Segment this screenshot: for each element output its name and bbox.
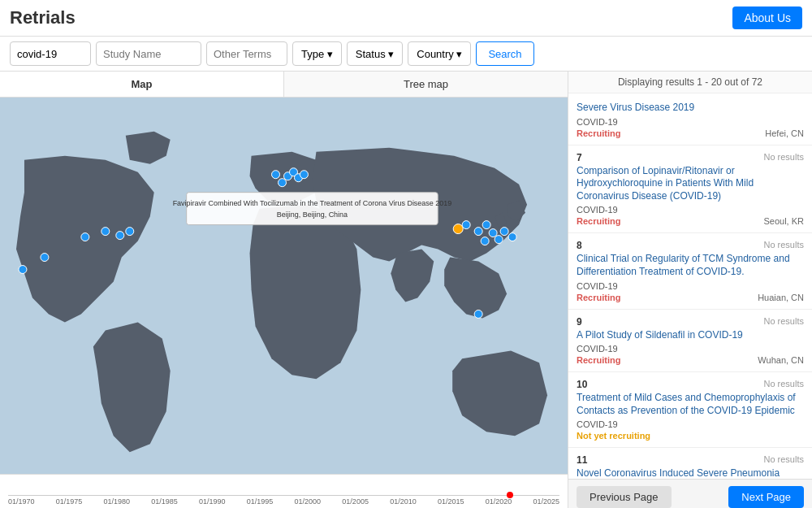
result-no-results: No results	[763, 379, 804, 390]
tab-map[interactable]: Map	[0, 72, 284, 97]
result-location: Wuhan, CN	[758, 355, 804, 365]
svg-point-25	[474, 310, 482, 318]
svg-point-21	[500, 228, 508, 236]
result-title[interactable]: Comparison of Lopinavir/Ritonavir or Hyd…	[577, 165, 804, 203]
page-title: Retrials	[10, 7, 76, 28]
result-condition: COVID-19	[577, 344, 804, 354]
result-number: 7	[577, 152, 582, 163]
search-covid-input[interactable]	[10, 41, 91, 66]
svg-point-14	[300, 171, 308, 179]
next-page-button[interactable]: Next Page	[728, 486, 804, 508]
result-title[interactable]: Treatment of Mild Cases and Chemoprophyl…	[577, 392, 804, 417]
timeline-label-1975: 01/1975	[56, 497, 83, 506]
svg-point-10	[272, 171, 280, 179]
svg-point-20	[495, 236, 503, 244]
timeline-label-2010: 01/2010	[390, 497, 417, 506]
map-container: Favipiravir Combined With Tocilizumab in…	[0, 98, 568, 474]
results-list: Severe Virus Disease 2019 COVID-19 Recru…	[568, 93, 812, 479]
tab-treemap[interactable]: Tree map	[284, 72, 568, 97]
result-location: Hefei, CN	[765, 128, 804, 138]
result-status: Not yet recruiting	[577, 431, 650, 441]
result-status: Recruiting	[577, 216, 620, 226]
timeline-label-1995: 01/1995	[247, 497, 274, 506]
pagination: Previous Page Next Page	[568, 479, 812, 508]
result-location: Huaian, CN	[758, 293, 804, 302]
svg-text:Favipiravir Combined With Toci: Favipiravir Combined With Tocilizumab in…	[173, 199, 452, 207]
result-title[interactable]: Novel Coronavirus Induced Severe Pneumon…	[577, 467, 804, 479]
timeline: 01/1970 01/1975 01/1980 01/1985 01/1990 …	[0, 474, 568, 508]
list-item: 8 No results Clinical Trial on Regularit…	[568, 233, 812, 309]
svg-text:Beijing, Beijing, China: Beijing, Beijing, China	[277, 211, 348, 219]
svg-point-18	[482, 221, 490, 229]
svg-point-16	[462, 221, 470, 229]
svg-point-22	[508, 233, 516, 241]
result-condition: COVID-19	[577, 419, 804, 429]
svg-point-15	[279, 179, 287, 187]
timeline-label-2000: 01/2000	[295, 497, 322, 506]
results-header: Displaying results 1 - 20 out of 72	[568, 72, 812, 93]
result-condition: COVID-19	[577, 117, 804, 127]
svg-point-8	[116, 232, 124, 240]
result-number: 11	[577, 454, 587, 466]
svg-point-19	[489, 229, 497, 237]
result-no-results: No results	[763, 454, 804, 466]
status-dropdown[interactable]: Status ▾	[347, 41, 403, 66]
svg-point-9	[126, 228, 134, 236]
result-number: 10	[577, 379, 587, 390]
svg-point-4	[19, 266, 27, 274]
previous-page-button[interactable]: Previous Page	[577, 486, 672, 508]
result-condition: COVID-19	[577, 281, 804, 291]
timeline-label-1980: 01/1980	[104, 497, 131, 506]
result-status: Recruiting	[577, 128, 620, 138]
result-title[interactable]: Clinical Trial on Regularity of TCM Synd…	[577, 253, 804, 278]
search-button[interactable]: Search	[476, 41, 533, 66]
result-location: Seoul, KR	[763, 216, 804, 226]
search-other-input[interactable]	[206, 41, 287, 66]
timeline-marker[interactable]	[507, 492, 513, 498]
timeline-label-1990: 01/1990	[199, 497, 226, 506]
result-status: Recruiting	[577, 293, 620, 302]
svg-point-6	[81, 233, 89, 241]
list-item: 11 No results Novel Coronavirus Induced …	[568, 448, 812, 479]
list-item: 7 No results Comparison of Lopinavir/Rit…	[568, 145, 812, 234]
list-item: 10 No results Treatment of Mild Cases an…	[568, 372, 812, 448]
result-title[interactable]: Severe Virus Disease 2019	[577, 102, 804, 115]
svg-point-23	[481, 237, 489, 245]
country-dropdown[interactable]: Country ▾	[408, 41, 471, 66]
result-status: Recruiting	[577, 355, 620, 365]
search-study-input[interactable]	[96, 41, 201, 66]
timeline-label-1985: 01/1985	[151, 497, 178, 506]
svg-rect-1	[187, 193, 438, 225]
result-no-results: No results	[763, 240, 804, 251]
timeline-label-2020: 01/2020	[486, 497, 512, 506]
result-no-results: No results	[763, 316, 804, 328]
type-dropdown[interactable]: Type ▾	[292, 41, 342, 66]
list-item: Severe Virus Disease 2019 COVID-19 Recru…	[568, 93, 812, 145]
svg-point-5	[41, 254, 49, 262]
result-condition: COVID-19	[577, 205, 804, 215]
list-item: 9 No results A Pilot Study of Sildenafil…	[568, 310, 812, 373]
timeline-label-1970: 01/1970	[8, 497, 35, 506]
timeline-label-2015: 01/2015	[438, 497, 464, 506]
svg-point-7	[102, 228, 110, 236]
timeline-label-2025: 01/2025	[533, 497, 559, 506]
timeline-label-2005: 01/2005	[342, 497, 369, 506]
result-number: 9	[577, 316, 582, 328]
result-no-results: No results	[763, 152, 804, 163]
about-button[interactable]: About Us	[732, 7, 802, 29]
svg-point-17	[474, 228, 482, 236]
result-number: 8	[577, 240, 582, 251]
svg-point-24	[453, 224, 463, 234]
result-title[interactable]: A Pilot Study of Sildenafil in COVID-19	[577, 329, 804, 342]
